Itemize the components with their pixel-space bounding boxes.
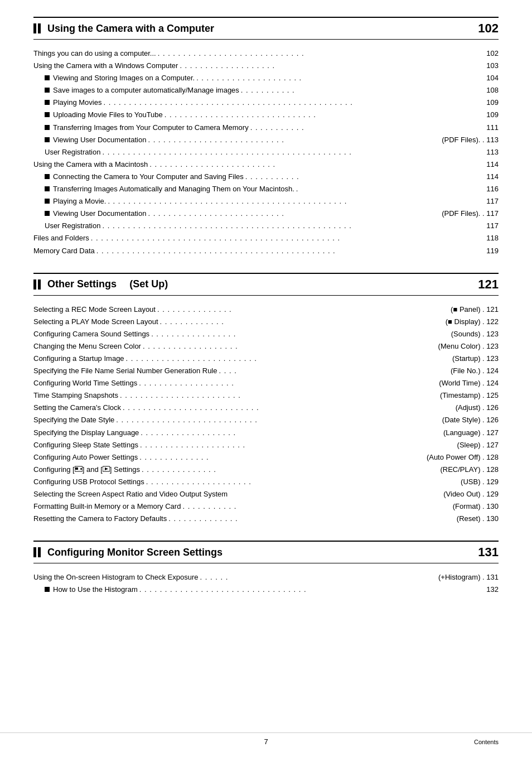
svg-marker-4: [105, 467, 108, 470]
entry-page: 109: [482, 97, 499, 109]
entry-text: Time Stamping Snapshots: [33, 389, 118, 402]
entry-text: Viewing and Storing Images on a Computer…: [53, 72, 195, 84]
section-title-computer: Using the Camera with a Computer: [47, 23, 214, 35]
entry-text: Setting the Camera's Clock: [33, 402, 121, 414]
entry-dots: . . . . . . . . . . . . . . .: [142, 464, 438, 476]
entry-text: Transferring Images from Your Computer t…: [53, 122, 249, 134]
entry-page: (USB) . 129: [461, 476, 499, 488]
entry-text: Changing the Menu Screen Color: [33, 340, 141, 353]
entry-dots: . . . . . . . . . . . . . . . . . . . . …: [116, 414, 441, 426]
entry-text: Transferring Images Automatically and Ma…: [53, 183, 294, 195]
entry-page: (Video Out) . 129: [443, 488, 499, 500]
entry-text: Specifying the File Name Serial Number G…: [33, 365, 217, 377]
entry-page: (REC/PLAY) . 128: [440, 464, 499, 476]
entry-dots: . . . . . . . . . . . . . . . . . . . . …: [146, 476, 459, 488]
entry-page: (Menu Color) . 123: [438, 340, 499, 353]
page-footer: 7 Contents: [0, 732, 532, 746]
entry-page: (Date Style) . 126: [442, 414, 499, 426]
entry-page: 103: [482, 60, 499, 72]
section-header-other: Other Settings (Set Up) 121: [33, 273, 499, 296]
list-item: Transferring Images Automatically and Ma…: [33, 183, 499, 195]
entry-text: Playing Movies: [53, 97, 101, 109]
entry-page: 108: [482, 84, 499, 97]
entry-text: User Registration: [45, 146, 100, 158]
entry-text: Save images to a computer automatically/…: [53, 84, 239, 97]
entry-dots: . . . . . . . . . . . . . . . . . . . . …: [158, 47, 480, 60]
section-number-other: 121: [478, 277, 499, 292]
entry-dots: . . . . . . . . . . . . . . . . . . . . …: [196, 72, 480, 84]
entry-text: Specifying the Date Style: [33, 414, 114, 426]
entry-page: (Startup) . 123: [452, 353, 499, 365]
section-computer: Using the Camera with a Computer 102 Thi…: [33, 17, 499, 257]
entry-page: (World Time) . 124: [439, 377, 499, 389]
bullet-icon: [45, 199, 50, 204]
entry-page: 117: [482, 195, 499, 208]
svg-point-1: [80, 468, 82, 470]
entry-page: (PDF Files). . 117: [442, 208, 499, 220]
list-item: How to Use the Histogram . . . . . . . .…: [33, 584, 499, 596]
section-title-wrap-computer: Using the Camera with a Computer: [33, 23, 214, 35]
entry-text: Playing a Movie.: [53, 195, 106, 208]
list-item: Memory Card Data . . . . . . . . . . . .…: [33, 245, 499, 257]
footer-page-number: 7: [0, 737, 532, 746]
entry-dots: . . . . . . . . . . . . . . . . . . . . …: [103, 97, 480, 109]
svg-rect-2: [75, 467, 78, 470]
entry-page: 114: [482, 158, 499, 171]
bars-icon: [33, 23, 41, 33]
entry-dots: . . . . . . . . . . . . . . . . .: [151, 328, 449, 340]
entry-dots: . . . . . . . . . . . . . . . . . . . . …: [149, 158, 480, 171]
entry-text: Configuring USB Protocol Settings: [33, 476, 144, 488]
bullet-icon: [45, 211, 50, 216]
bullet-icon: [45, 112, 50, 117]
entry-page: 111: [482, 122, 499, 134]
entry-page: (Adjust) . 126: [456, 402, 499, 414]
toc-entries-monitor: Using the On-screen Histogram to Check E…: [33, 571, 499, 596]
entry-page: (Sleep) . 127: [457, 439, 499, 451]
page-container: Using the Camera with a Computer 102 Thi…: [0, 0, 532, 645]
bullet-icon: [45, 174, 50, 179]
entry-page: (■ Panel) . 121: [451, 303, 499, 316]
entry-dots: . . . . . . . . . . . . . . . . . . . . …: [91, 232, 480, 244]
entry-dots: . . . . . . . . . . . . . . . . . . . . …: [108, 195, 480, 208]
entry-text: Connecting the Camera to Your Computer a…: [53, 171, 244, 183]
entry-page: (Language) . 127: [443, 427, 499, 439]
entry-dots: . . . . . . . . . . . . . .: [139, 451, 425, 464]
entry-dots: . . . . . . . . . . . . . . . . . . . . …: [148, 134, 440, 146]
toc-entries-other: Selecting a REC Mode Screen Layout . . .…: [33, 303, 499, 525]
bullet-icon: [45, 186, 50, 191]
section-subtitle-other: (Set Up): [129, 278, 168, 290]
entry-page: (Format) . 130: [453, 500, 499, 513]
list-item: Selecting a REC Mode Screen Layout . . .…: [33, 303, 499, 316]
entry-text: Configuring Sleep State Settings: [33, 439, 138, 451]
section-other-settings: Other Settings (Set Up) 121 Selecting a …: [33, 273, 499, 525]
entry-dots: . . . . . . . . . . . . . . . . . . . . …: [96, 245, 480, 257]
bullet-icon: [45, 125, 50, 130]
entry-dots: [229, 488, 442, 500]
entry-dots: . . . . . . . . . . . . . . . . . . .: [141, 427, 442, 439]
entry-page: 109: [482, 109, 499, 121]
entry-dots: . . . . . . . . . . . . . . . . . . . . …: [148, 208, 440, 220]
entry-text: Configuring a Startup Image: [33, 353, 124, 365]
entry-page: (Auto Power Off) . 128: [427, 451, 499, 464]
entry-dots: . . . . . . . . . . . . . . . . . . . . …: [102, 220, 480, 232]
list-item: Playing Movies . . . . . . . . . . . . .…: [33, 97, 499, 109]
entry-text: Using the Camera with a Macintosh: [33, 158, 148, 171]
entry-text: Using the Camera with a Windows Computer: [33, 60, 178, 72]
list-item: Files and Folders . . . . . . . . . . . …: [33, 232, 499, 244]
entry-dots: . . . . . . . . . . . . . . . . . . . . …: [123, 402, 454, 414]
entry-text: Configuring [] and [] Settings: [33, 464, 140, 476]
bullet-icon: [45, 137, 50, 142]
list-item: Configuring [] and [] Settings . . . . .…: [33, 464, 499, 476]
entry-dots: . . . . . . . . . . .: [241, 84, 480, 97]
section-monitor: Configuring Monitor Screen Settings 131 …: [33, 541, 499, 596]
list-item: Things you can do using a computer... . …: [33, 47, 499, 60]
entry-dots: . . . . . . . . . . . . .: [160, 316, 444, 328]
entry-dots: . . . . . . . . . . . . . . . . . . . . …: [120, 389, 438, 402]
list-item: Configuring Sleep State Settings . . . .…: [33, 439, 499, 451]
list-item: Viewing User Documentation . . . . . . .…: [33, 208, 499, 220]
entry-text: Files and Folders: [33, 232, 89, 244]
entry-page: 119: [482, 245, 499, 257]
list-item: User Registration . . . . . . . . . . . …: [33, 146, 499, 158]
entry-page: 116: [482, 183, 499, 195]
entry-page: 117: [482, 220, 499, 232]
